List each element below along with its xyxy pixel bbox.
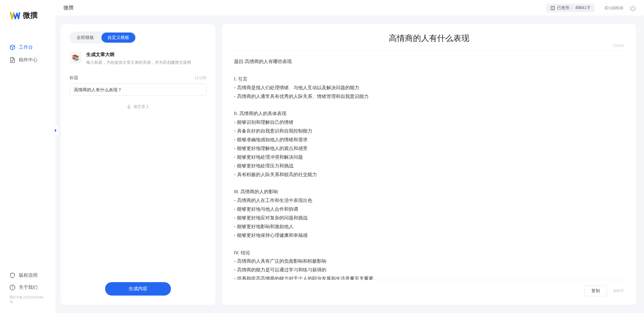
sidebar-nav: 工作台 稿件中心: [0, 31, 55, 269]
sidebar-footer: 版权说明 关于我们 鄂ICP备2022016946号: [0, 269, 55, 313]
cube-icon: [9, 44, 15, 50]
info-icon: [9, 284, 15, 291]
user-id: ID:100519: [605, 6, 623, 10]
title-field-label: 标题: [70, 75, 78, 81]
nav-label: 工作台: [19, 44, 33, 50]
power-icon: [630, 5, 636, 11]
output-body[interactable]: 题目:高情商的人有哪些表现 I. 引言 - 高情商是指人们处理情绪、与他人互动以…: [234, 51, 624, 280]
title-char-count: 11/100: [194, 75, 206, 80]
tab-all-templates[interactable]: 全部模板: [71, 33, 100, 43]
nav-label: 稿件中心: [19, 57, 38, 63]
logo[interactable]: 微撰: [0, 10, 55, 31]
usage-label: 已使用：: [557, 5, 573, 11]
footer-label: 关于我们: [19, 284, 38, 291]
svg-point-2: [12, 286, 13, 287]
input-panel: 全部模板 自定义模板 📚 生成文章大纲 输入标题，为你提供文章主体的灵感，并为其…: [61, 24, 215, 305]
page-title: 微撰: [63, 5, 546, 11]
text-icon: T: [550, 6, 555, 10]
nav-workbench[interactable]: 工作台: [0, 41, 55, 54]
title-input[interactable]: [70, 84, 206, 96]
document-icon: [9, 57, 15, 63]
copy-button[interactable]: 复制: [584, 285, 607, 296]
books-icon: 📚: [70, 52, 82, 64]
output-title-counter: 10/100: [612, 44, 624, 48]
logo-text: 微撰: [23, 10, 38, 20]
shield-icon: [9, 272, 15, 278]
svg-rect-6: [128, 105, 130, 107]
template-card: 📚 生成文章大纲 输入标题，为你提供文章主体的灵感，并为其创建推文提纲: [70, 52, 206, 65]
sidebar-collapse-button[interactable]: [53, 126, 58, 135]
usage-value: 45641字: [575, 5, 590, 11]
logo-icon: [9, 10, 20, 21]
chevron-left-icon: [54, 128, 57, 133]
nav-drafts[interactable]: 稿件中心: [0, 54, 55, 66]
footer-about[interactable]: 关于我们: [0, 281, 55, 294]
main: 微撰 T 已使用： 45641字 ID:100519 全部模板 自定义模板 📚: [55, 0, 644, 313]
generate-button[interactable]: 生成内容: [105, 282, 171, 296]
voice-hint: 请空录入: [133, 104, 149, 110]
icp-text: 鄂ICP备2022016946号: [0, 294, 55, 306]
tab-custom-templates[interactable]: 自定义模板: [101, 33, 135, 43]
topbar: 微撰 T 已使用： 45641字 ID:100519: [55, 0, 644, 16]
output-panel: 高情商的人有什么表现 10/100 题目:高情商的人有哪些表现 I. 引言 - …: [222, 24, 636, 305]
template-tabs: 全部模板 自定义模板: [70, 32, 136, 44]
sidebar: 微撰 工作台 稿件中心 版权说明 关于我们 鄂ICP备2022016946号: [0, 0, 55, 313]
footer-copyright[interactable]: 版权说明: [0, 269, 55, 281]
template-desc: 输入标题，为你提供文章主体的灵感，并为其创建推文提纲: [86, 60, 191, 65]
output-word-count: 404字: [613, 288, 624, 294]
template-title: 生成文章大纲: [86, 52, 191, 58]
usage-badge[interactable]: T 已使用： 45641字: [546, 4, 594, 12]
content: 全部模板 自定义模板 📚 生成文章大纲 输入标题，为你提供文章主体的灵感，并为其…: [55, 16, 644, 313]
power-button[interactable]: [630, 5, 636, 11]
svg-text:T: T: [552, 6, 554, 9]
voice-input-button[interactable]: 请空录入: [70, 96, 206, 118]
output-title: 高情商的人有什么表现: [389, 33, 469, 44]
footer-label: 版权说明: [19, 272, 38, 278]
microphone-icon: [127, 105, 131, 109]
